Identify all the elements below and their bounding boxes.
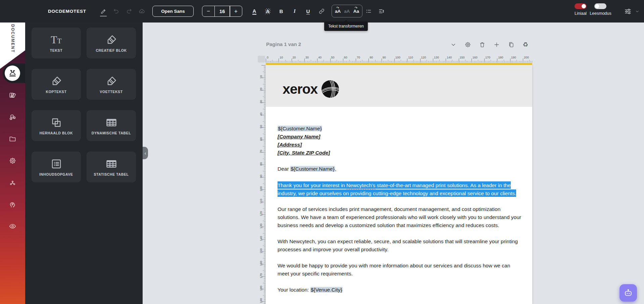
underline-button[interactable]: U [304, 7, 312, 15]
letter-text: Your location: [278, 287, 310, 293]
sidebar-item-formulas[interactable]: OHH [8, 113, 16, 121]
recycle-page-icon[interactable]: ♻ [522, 41, 529, 49]
toggle-liniaal[interactable]: Liniaal [575, 3, 587, 16]
capitalize-button[interactable]: Aa↷ [353, 9, 359, 14]
assistant-fab[interactable] [620, 284, 637, 302]
sidebar-item-content-blocks[interactable] [5, 66, 20, 81]
block-card-koptekst[interactable]: KOPTEKST [32, 69, 81, 100]
edit-icon[interactable] [99, 7, 107, 15]
toc-icon [50, 157, 62, 171]
letter-paragraph[interactable]: ${Customer.Name} [278, 125, 522, 133]
delete-page-icon[interactable] [479, 41, 486, 49]
letter-paragraph[interactable]: Our range of services includes print man… [278, 205, 522, 229]
table-icon [105, 116, 117, 130]
bullet-list-icon[interactable] [364, 7, 373, 15]
sidebar-item-integrations[interactable] [8, 178, 16, 186]
line-spacing-icon[interactable] [377, 7, 385, 15]
selected-paragraph[interactable]: Thank you for your interest in Newcytech… [278, 181, 522, 197]
table-icon [105, 157, 117, 171]
block-card-statische-tabel[interactable]: STATISCHE TABEL [87, 151, 136, 182]
letter-paragraph[interactable]: Your location: ${Venue.City} [278, 286, 522, 294]
paragraph-tools [364, 0, 385, 23]
sidebar-item-files[interactable] [8, 135, 16, 143]
sidebar-item-preview[interactable] [8, 222, 16, 230]
font-size-decrease-button[interactable]: − [202, 6, 215, 17]
font-size-increase-button[interactable]: + [230, 6, 242, 17]
font-family-select[interactable]: Open Sans [152, 6, 194, 17]
sidebar-item-styles-palette[interactable] [8, 91, 16, 99]
topbar: DOCDEMOTEST Open Sans − 16 + AABIU aA↷aA… [0, 0, 644, 23]
margin-accent-bar [266, 63, 532, 65]
uppercase-button[interactable]: aA↷ [335, 9, 341, 14]
document-title: DOCDEMOTEST [48, 0, 86, 23]
page-settings-icon[interactable] [464, 41, 471, 49]
template-variable-chip[interactable]: ${Customer.Name} [290, 166, 335, 172]
collapse-page-icon[interactable] [450, 41, 457, 49]
view-menu [624, 0, 640, 23]
toggle-switch[interactable] [575, 3, 587, 9]
panel-collapse-button[interactable]: ‹ [143, 147, 148, 159]
sidebar-item-settings[interactable] [8, 157, 16, 165]
letter-text: [Company Name] [278, 134, 320, 139]
toggle-switch[interactable] [594, 3, 606, 9]
left-rail: DOCUMENT OHH [0, 0, 25, 304]
block-card-tekst[interactable]: TTTEKST [32, 28, 81, 58]
lowercase-button[interactable]: aA [344, 9, 350, 14]
undo-icon[interactable] [112, 7, 120, 15]
add-page-icon[interactable] [493, 41, 500, 49]
duplicate-page-icon[interactable] [507, 41, 514, 49]
letter-paragraph[interactable]: [City, State ZIP Code] [278, 149, 522, 157]
block-card-inhoudsopgave[interactable]: INHOUDSOPGAVE [32, 151, 81, 182]
blocks-panel: TTTEKSTCREATIEF BLOKKOPTEKSTVOETTEKSTHER… [25, 23, 143, 304]
tooltip-arrow [344, 20, 348, 21]
sidebar-item-insights[interactable] [8, 200, 16, 208]
toggle-label: Liniaal [575, 11, 587, 16]
history-tools [99, 0, 146, 23]
text-color-button[interactable]: A [250, 7, 258, 15]
document-page[interactable]: xerox ${Customer.Name}[Company Name][Add… [266, 65, 532, 304]
bold-button[interactable]: B [277, 7, 285, 15]
svg-text:H: H [14, 117, 15, 119]
block-card-creatief-blok[interactable]: CREATIEF BLOK [87, 28, 136, 58]
letter-paragraph[interactable]: With Newcytech, you can expect reliable,… [278, 237, 522, 254]
template-variable-chip[interactable]: ${Venue.City} [310, 287, 343, 293]
letter-paragraph[interactable]: Dear ${Customer.Name}, [278, 165, 522, 173]
template-variable-chip[interactable]: ${Customer.Name} [278, 126, 322, 131]
block-card-herhaald-blok[interactable]: HERHAALD BLOK [32, 110, 81, 141]
paragraph-gap [278, 157, 522, 165]
letter-text: , [335, 166, 336, 172]
block-card-dynamische-tabel[interactable]: DYNAMISCHE TABEL [87, 110, 136, 141]
block-card-label: DYNAMISCHE TABEL [92, 131, 131, 136]
paragraph-gap [278, 278, 522, 286]
block-card-label: VOETTEKST [100, 90, 122, 94]
link-icon[interactable] [317, 7, 326, 15]
redo-icon[interactable] [125, 7, 133, 15]
letter-text: [City, State ZIP Code] [278, 150, 330, 156]
format-tools: AABIU [250, 0, 326, 23]
block-card-label: INHOUDSOPGAVE [39, 172, 73, 177]
cloud-saved-icon[interactable] [138, 7, 146, 15]
italic-button[interactable]: I [291, 7, 299, 15]
header-block[interactable]: xerox [266, 65, 532, 107]
svg-text:H: H [10, 118, 11, 120]
letter-text: Thank you for your interest in [278, 181, 346, 189]
letter-paragraph[interactable]: We would be happy to provide you with mo… [278, 262, 522, 278]
letter-paragraph[interactable]: [Address] [278, 141, 522, 149]
font-size-value[interactable]: 16 [214, 6, 230, 17]
marker-icon [105, 33, 117, 47]
highlight-color-button[interactable]: A [264, 7, 272, 15]
svg-text:O: O [11, 115, 13, 117]
letter-paragraph[interactable]: [Company Name] [278, 133, 522, 141]
ruler-origin [258, 56, 265, 62]
repeat-block-icon [50, 116, 62, 130]
block-card-label: STATISCHE TABEL [94, 172, 129, 177]
chevron-down-icon[interactable] [635, 7, 640, 15]
active-rail-highlight [3, 63, 25, 83]
view-options-icon[interactable] [624, 7, 632, 15]
tooltip-text: Tekst transformeren [328, 24, 364, 29]
block-card-label: TEKST [50, 48, 62, 53]
toggle-leesmodus[interactable]: Leesmodus [590, 3, 611, 16]
block-card-voettekst[interactable]: VOETTEKST [87, 69, 136, 100]
xerox-logo: xerox [266, 65, 532, 98]
document-editor-app: DOCDEMOTEST Open Sans − 16 + AABIU aA↷aA… [0, 0, 644, 304]
